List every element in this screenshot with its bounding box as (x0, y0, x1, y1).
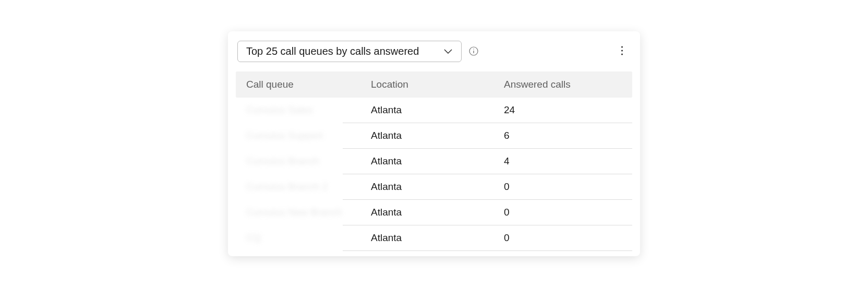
more-options-icon[interactable] (617, 46, 626, 55)
row-divider (236, 199, 632, 200)
call-queue-table: Call queue Location Answered calls Cumul… (236, 71, 632, 251)
chevron-down-icon (443, 46, 453, 56)
svg-point-5 (621, 53, 622, 55)
cell-answered: 0 (502, 232, 632, 244)
cell-location: Atlanta (369, 181, 502, 193)
cell-location: Atlanta (369, 156, 502, 167)
info-icon[interactable] (469, 46, 478, 56)
col-header-queue: Call queue (236, 79, 369, 90)
row-divider (236, 123, 632, 123)
table-row: Cumulus New Branch Atlanta 0 (236, 200, 632, 225)
cell-answered: 0 (502, 181, 632, 193)
row-divider (236, 148, 632, 149)
cell-answered: 6 (502, 130, 632, 141)
table-body: Cumulus Sales Atlanta 24 Cumulus Support… (236, 98, 632, 251)
table-row: Cumulus Sales Atlanta 24 (236, 98, 632, 123)
cell-answered: 24 (502, 104, 632, 116)
table-header-row: Call queue Location Answered calls (236, 71, 632, 98)
cell-answered: 0 (502, 207, 632, 218)
cell-queue-name: Cumulus Branch (246, 156, 319, 166)
row-divider (236, 225, 632, 225)
cell-location: Atlanta (369, 130, 502, 141)
col-header-location: Location (369, 79, 502, 90)
cell-location: Atlanta (369, 207, 502, 218)
svg-point-3 (621, 46, 622, 47)
dropdown-label: Top 25 call queues by calls answered (246, 45, 419, 57)
row-divider (236, 174, 632, 174)
metric-dropdown[interactable]: Top 25 call queues by calls answered (237, 41, 462, 62)
call-queue-card: Top 25 call queues by calls answered (228, 31, 640, 256)
cell-queue-name: Cumulus New Branch (246, 207, 342, 218)
cell-location: Atlanta (369, 232, 502, 244)
cell-queue-name: CQ (246, 232, 261, 243)
table-row: Cumulus Branch 2 Atlanta 0 (236, 174, 632, 199)
cell-location: Atlanta (369, 104, 502, 116)
cell-queue-name: Cumulus Branch 2 (246, 181, 328, 192)
table-row: Cumulus Support Atlanta 6 (236, 123, 632, 148)
col-header-answered: Answered calls (502, 79, 632, 90)
table-row: Cumulus Branch Atlanta 4 (236, 149, 632, 174)
cell-answered: 4 (502, 156, 632, 167)
cell-queue-name: Cumulus Sales (246, 104, 313, 115)
cell-queue-name: Cumulus Support (246, 130, 323, 141)
row-divider (236, 250, 632, 251)
table-row: CQ Atlanta 0 (236, 225, 632, 250)
svg-point-2 (473, 49, 474, 50)
card-header: Top 25 call queues by calls answered (228, 41, 640, 71)
svg-point-4 (621, 50, 622, 51)
